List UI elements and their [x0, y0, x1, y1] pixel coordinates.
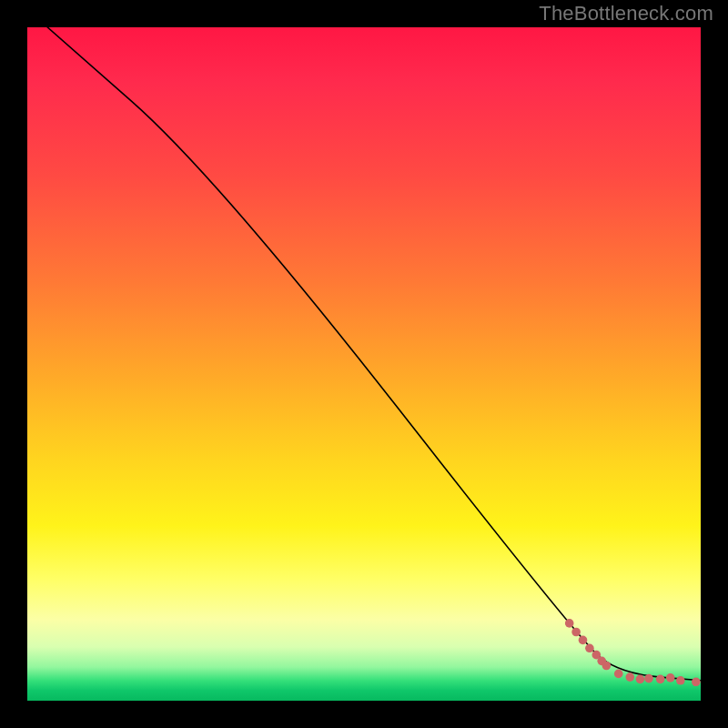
data-point: [666, 673, 675, 682]
data-point: [644, 674, 653, 683]
chart-frame: TheBottleneck.com: [0, 0, 728, 728]
data-point: [656, 675, 665, 684]
bottleneck-curve: [47, 27, 701, 681]
data-point: [602, 662, 612, 671]
markers-group: [565, 619, 701, 686]
data-point: [585, 643, 594, 652]
plot-area: [27, 27, 701, 701]
data-point: [614, 670, 623, 679]
data-point: [565, 619, 574, 628]
data-point: [676, 676, 685, 685]
data-point: [625, 672, 634, 682]
data-point: [571, 628, 581, 637]
data-point: [692, 677, 701, 686]
chart-svg: [27, 27, 701, 701]
curve-group: [47, 27, 701, 681]
data-point: [579, 636, 588, 645]
data-point: [636, 675, 645, 684]
watermark-text: TheBottleneck.com: [539, 2, 713, 25]
